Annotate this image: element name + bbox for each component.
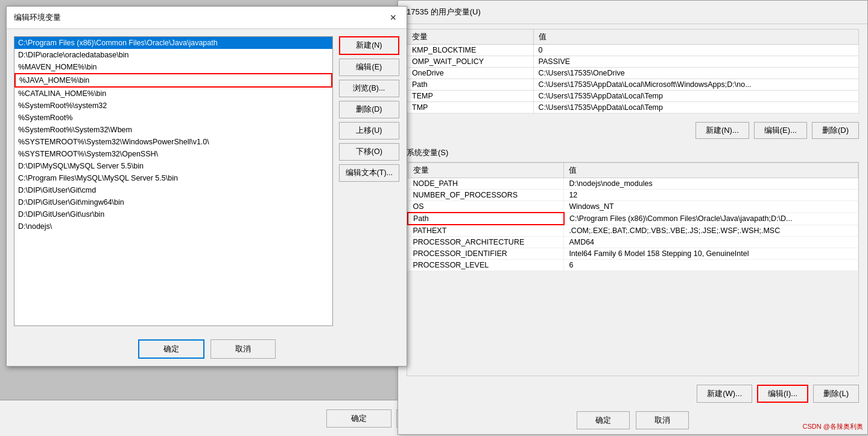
path-list-item[interactable]: D:\DIP\oracle\oracledatabase\bin [14, 49, 332, 61]
sys-var-name: PROCESSOR_IDENTIFIER [408, 248, 564, 260]
move-down-button[interactable]: 下移(O) [339, 143, 399, 161]
sys-var-row[interactable]: PathC:\Program Files (x86)\Common Files\… [408, 213, 858, 225]
edit-env-titlebar: 编辑环境变量 ✕ [7, 7, 407, 29]
user-var-row[interactable]: OMP_WAIT_POLICYPASSIVE [407, 56, 859, 68]
bg-ok-button[interactable]: 确定 [326, 409, 391, 428]
user-var-row[interactable]: OneDriveC:\Users\17535\OneDrive [407, 68, 859, 79]
sys-var-row[interactable]: OSWindows_NT [408, 201, 858, 213]
sys-var-row[interactable]: PROCESSOR_IDENTIFIERIntel64 Family 6 Mod… [408, 248, 858, 260]
sys-var-name: Path [408, 213, 564, 225]
edit-env-title: 编辑环境变量 [14, 12, 61, 23]
sys-var-row[interactable]: PATHEXT.COM;.EXE;.BAT;.CMD;.VBS;.VBE;.JS… [408, 225, 858, 237]
user-delete-button[interactable]: 删除(D) [812, 122, 859, 139]
sys-var-row[interactable]: PROCESSOR_LEVEL6 [408, 260, 858, 271]
sys-section-buttons: 新建(W)... 编辑(I)... 删除(L) [398, 381, 867, 406]
path-list-item[interactable]: D:\nodejs\ [14, 220, 332, 232]
path-list-item[interactable]: C:\Program Files (x86)\Common Files\Orac… [14, 37, 332, 49]
path-list-item[interactable]: %JAVA_HOME%\bin [14, 73, 332, 88]
path-list[interactable]: C:\Program Files (x86)\Common Files\Orac… [14, 36, 333, 326]
sys-var-value: AMD64 [564, 237, 858, 248]
sys-var-name: NODE_PATH [408, 178, 564, 190]
user-var-name: Path [407, 79, 534, 91]
path-list-item[interactable]: D:\DIP\MySQL\MySQL Server 5.5\bin [14, 160, 332, 172]
user-var-value: C:\Users\17535\AppData\Local\Temp [533, 102, 858, 114]
sys-var-value: Windows_NT [564, 201, 858, 213]
sys-var-name: OS [408, 201, 564, 213]
sys-vars-table: 变量 值 NODE_PATHD:\nodejs\node_modulesNUMB… [407, 162, 858, 271]
path-list-item[interactable]: %SystemRoot% [14, 112, 332, 124]
edit-env-close-button[interactable]: ✕ [387, 11, 399, 24]
sys-vars-table-container[interactable]: 变量 值 NODE_PATHD:\nodejs\node_modulesNUMB… [407, 162, 859, 376]
edit-env-content: C:\Program Files (x86)\Common Files\Orac… [7, 29, 407, 333]
user-vars-table: 变量 值 KMP_BLOCKTIME0OMP_WAIT_POLICYPASSIV… [407, 29, 859, 114]
right-dialog-title: 17535 的用户变量(U) [398, 1, 867, 24]
user-var-value: 0 [533, 45, 858, 56]
path-list-item[interactable]: C:\Program Files\MySQL\MySQL Server 5.5\… [14, 172, 332, 184]
right-ok-button[interactable]: 确定 [577, 411, 630, 429]
user-var-value: C:\Users\17535\OneDrive [533, 68, 858, 79]
path-list-item[interactable]: %SYSTEMROOT%\System32\WindowsPowerShell\… [14, 136, 332, 148]
action-buttons-column: 新建(N) 编辑(E) 浏览(B)... 删除(D) 上移(U) 下移(O) 编… [339, 36, 399, 326]
user-var-name: KMP_BLOCKTIME [407, 45, 534, 56]
user-val-col-header: 值 [533, 30, 858, 45]
sys-var-name: PATHEXT [408, 225, 564, 237]
path-list-container: C:\Program Files (x86)\Common Files\Orac… [14, 36, 333, 326]
user-var-name: OneDrive [407, 68, 534, 79]
sys-edit-button[interactable]: 编辑(I)... [757, 385, 808, 403]
sys-var-value: Intel64 Family 6 Model 158 Stepping 10, … [564, 248, 858, 260]
watermark: CSDN @各辣奥利奥 [803, 422, 863, 431]
confirm-button[interactable]: 确定 [138, 339, 204, 359]
new-path-button[interactable]: 新建(N) [339, 36, 399, 55]
user-var-row[interactable]: PathC:\Users\17535\AppData\Local\Microso… [407, 79, 859, 91]
sys-vars-label: 系统变量(S) [407, 147, 859, 158]
sys-delete-button[interactable]: 删除(L) [813, 385, 859, 403]
user-new-button[interactable]: 新建(N)... [695, 122, 749, 139]
user-var-row[interactable]: TMPC:\Users\17535\AppData\Local\Temp [407, 102, 859, 114]
path-list-item[interactable]: D:\DIP\GitUser\Git\mingw64\bin [14, 196, 332, 208]
sys-var-name: PROCESSOR_LEVEL [408, 260, 564, 271]
user-var-col-header: 变量 [407, 30, 534, 45]
user-var-name: OMP_WAIT_POLICY [407, 56, 534, 68]
sys-vars-section: 系统变量(S) 变量 值 NODE_PATHD:\nodejs\node_mod… [398, 143, 867, 381]
move-up-button[interactable]: 上移(U) [339, 122, 399, 139]
sys-var-name: PROCESSOR_ARCHITECTURE [408, 237, 564, 248]
path-list-item[interactable]: D:\DIP\GitUser\Git\cmd [14, 184, 332, 196]
sys-var-col-header: 变量 [408, 163, 564, 178]
user-var-row[interactable]: KMP_BLOCKTIME0 [407, 45, 859, 56]
user-section-buttons: 新建(N)... 编辑(E)... 删除(D) [398, 118, 867, 143]
user-var-value: C:\Users\17535\AppData\Local\Microsoft\W… [533, 79, 858, 91]
edit-env-footer: 确定 取消 [7, 333, 407, 366]
user-vars-section: 变量 值 KMP_BLOCKTIME0OMP_WAIT_POLICYPASSIV… [398, 24, 867, 118]
cancel-button[interactable]: 取消 [211, 339, 276, 359]
user-var-name: TMP [407, 102, 534, 114]
sys-var-name: NUMBER_OF_PROCESSORS [408, 190, 564, 201]
user-edit-button[interactable]: 编辑(E)... [754, 122, 807, 139]
sys-val-col-header: 值 [564, 163, 858, 178]
sys-var-row[interactable]: PROCESSOR_ARCHITECTUREAMD64 [408, 237, 858, 248]
path-list-item[interactable]: %SystemRoot%\System32\Wbem [14, 124, 332, 136]
sys-var-value: 12 [564, 190, 858, 201]
sys-new-button[interactable]: 新建(W)... [697, 385, 752, 403]
path-list-item[interactable]: %SystemRoot%\system32 [14, 100, 332, 112]
edit-env-dialog: 编辑环境变量 ✕ C:\Program Files (x86)\Common F… [6, 6, 407, 367]
path-list-item[interactable]: %SYSTEMROOT%\System32\OpenSSH\ [14, 148, 332, 160]
right-cancel-button[interactable]: 取消 [636, 411, 689, 429]
user-var-value: C:\Users\17535\AppData\Local\Temp [533, 91, 858, 102]
edit-path-button[interactable]: 编辑(E) [339, 59, 399, 76]
sys-var-row[interactable]: NODE_PATHD:\nodejs\node_modules [408, 178, 858, 190]
right-dialog-footer: 确定 取消 [398, 406, 867, 434]
edit-text-button[interactable]: 编辑文本(T)... [339, 164, 399, 182]
sys-var-value: C:\Program Files (x86)\Common Files\Orac… [564, 213, 858, 225]
user-var-name: TEMP [407, 91, 534, 102]
right-dialog-title-text: 17535 的用户变量(U) [407, 7, 481, 16]
sys-var-value: 6 [564, 260, 858, 271]
sys-var-value: .COM;.EXE;.BAT;.CMD;.VBS;.VBE;.JS;.JSE;.… [564, 225, 858, 237]
delete-path-button[interactable]: 删除(D) [339, 101, 399, 118]
path-list-item[interactable]: %CATALINA_HOME%\bin [14, 88, 332, 100]
path-list-item[interactable]: D:\DIP\GitUser\Git\usr\bin [14, 208, 332, 220]
user-var-row[interactable]: TEMPC:\Users\17535\AppData\Local\Temp [407, 91, 859, 102]
browse-path-button[interactable]: 浏览(B)... [339, 80, 399, 97]
sys-var-row[interactable]: NUMBER_OF_PROCESSORS12 [408, 190, 858, 201]
path-list-item[interactable]: %MAVEN_HOME%\bin [14, 61, 332, 73]
sys-var-value: D:\nodejs\node_modules [564, 178, 858, 190]
